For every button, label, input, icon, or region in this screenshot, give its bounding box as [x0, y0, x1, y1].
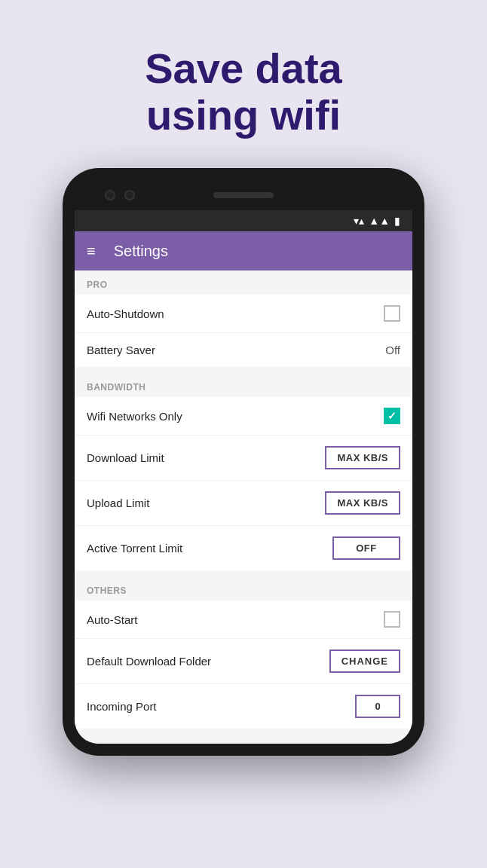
app-bar: ≡ Settings [75, 231, 412, 270]
active-torrent-row: Active Torrent Limit OFF [75, 526, 412, 570]
upload-limit-label: Upload Limit [87, 497, 149, 509]
hero-line1: Save data [145, 44, 342, 92]
pro-header: PRO [75, 270, 412, 295]
checkmark-icon: ✓ [387, 410, 397, 422]
wifi-networks-label: Wifi Networks Only [87, 410, 182, 423]
battery-saver-label: Battery Saver [87, 344, 155, 356]
battery-saver-value[interactable]: Off [385, 344, 400, 356]
upload-limit-row: Upload Limit MAX KB/S [75, 481, 412, 526]
hero-text: Save data using wifi [145, 45, 342, 138]
phone-cameras [105, 190, 135, 200]
incoming-port-label: Incoming Port [87, 700, 157, 713]
phone-notch [75, 180, 412, 210]
auto-start-row: Auto-Start [75, 601, 412, 639]
phone-speaker [213, 192, 274, 198]
app-title: Settings [114, 243, 168, 260]
wifi-networks-row: Wifi Networks Only ✓ [75, 397, 412, 436]
download-limit-button[interactable]: MAX KB/S [325, 446, 400, 469]
phone-screen: ≡ Settings PRO Auto-Shutdown Battery Sav… [75, 231, 412, 744]
default-download-row: Default Download Folder CHANGE [75, 639, 412, 684]
active-torrent-button[interactable]: OFF [332, 536, 400, 560]
incoming-port-value[interactable]: 0 [355, 695, 400, 718]
upload-limit-button[interactable]: MAX KB/S [325, 491, 400, 515]
signal-icon: ▲▲ [369, 215, 390, 227]
battery-icon: ▮ [394, 215, 400, 227]
wifi-icon: ▾▴ [354, 215, 364, 227]
camera-dot-2 [124, 190, 135, 200]
auto-shutdown-checkbox[interactable] [384, 305, 400, 322]
wifi-networks-checkbox[interactable]: ✓ [384, 408, 400, 424]
change-button[interactable]: CHANGE [329, 649, 400, 673]
status-bar: ▾▴ ▲▲ ▮ [75, 210, 412, 231]
pro-section: PRO Auto-Shutdown Battery Saver Off [75, 270, 412, 367]
default-download-label: Default Download Folder [87, 655, 211, 668]
auto-shutdown-label: Auto-Shutdown [87, 307, 164, 320]
phone-mockup: ▾▴ ▲▲ ▮ ≡ Settings PRO Auto-Shutdown [63, 168, 424, 756]
hero-line2: using wifi [146, 91, 341, 139]
download-limit-row: Download Limit MAX KB/S [75, 436, 412, 481]
auto-shutdown-row: Auto-Shutdown [75, 295, 412, 333]
phone-outer: ▾▴ ▲▲ ▮ ≡ Settings PRO Auto-Shutdown [63, 168, 424, 756]
video-header: VIDEO [75, 735, 412, 744]
others-section: OTHERS Auto-Start Default Download Folde… [75, 576, 412, 729]
active-torrent-label: Active Torrent Limit [87, 542, 182, 555]
menu-icon[interactable]: ≡ [87, 243, 96, 260]
settings-content[interactable]: PRO Auto-Shutdown Battery Saver Off BAND… [75, 270, 412, 744]
camera-dot-1 [105, 190, 115, 200]
battery-saver-row: Battery Saver Off [75, 333, 412, 367]
bandwidth-section: BANDWIDTH Wifi Networks Only ✓ Download … [75, 373, 412, 570]
auto-start-checkbox[interactable] [384, 611, 400, 628]
download-limit-label: Download Limit [87, 451, 164, 464]
auto-start-label: Auto-Start [87, 613, 138, 626]
video-section: VIDEO [75, 735, 412, 744]
bandwidth-header: BANDWIDTH [75, 373, 412, 397]
others-header: OTHERS [75, 576, 412, 601]
incoming-port-row: Incoming Port 0 [75, 684, 412, 729]
